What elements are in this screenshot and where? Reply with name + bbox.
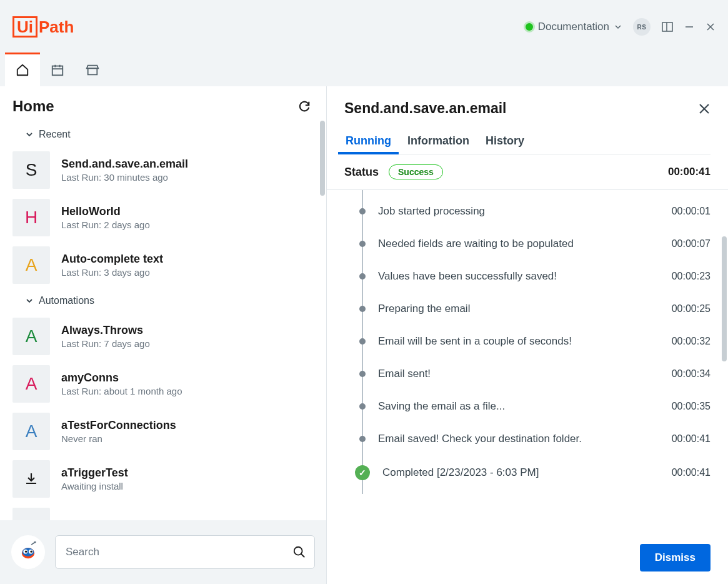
sidebar-header: Home (0, 86, 326, 123)
robot-icon (17, 541, 39, 563)
list-item[interactable]: HHelloWorldLast Run: 2 days ago (12, 194, 319, 241)
list-item-title: HelloWorld (61, 205, 319, 218)
search-input[interactable] (55, 535, 315, 569)
section-header[interactable]: Recent (12, 123, 319, 146)
timeline-dot (359, 208, 366, 214)
nav-tab-calendar[interactable] (40, 54, 75, 86)
status-badge: Success (389, 164, 443, 179)
nav-tab-marketplace[interactable] (75, 54, 110, 86)
list-avatar (12, 460, 50, 498)
timeline-item: Preparing the email00:00:25 (352, 293, 711, 325)
status-left: Status Success (344, 164, 443, 179)
list-body: Auto-complete textLast Run: 3 days ago (61, 253, 319, 278)
svg-line-7 (31, 543, 34, 545)
list-item[interactable]: AaTestForConnectionsNever ran (12, 408, 319, 455)
download-icon (24, 471, 39, 486)
timeline-time: 00:00:25 (672, 303, 711, 315)
list-item-title: amyConns (61, 371, 319, 385)
timeline-time: 00:00:41 (672, 433, 711, 445)
timeline-item: Needed fields are waiting to be populate… (352, 228, 711, 260)
timeline-dot (359, 371, 366, 377)
logo: UiPath (12, 16, 74, 38)
timeline-dot (359, 306, 366, 312)
home-icon (16, 63, 29, 77)
close-icon[interactable] (706, 22, 716, 32)
search-input-wrap (55, 535, 315, 569)
timeline-item: Job started processing00:00:01 (352, 195, 711, 228)
list-item[interactable]: SSend.and.save.an.emailLast Run: 30 minu… (12, 146, 319, 194)
titlebar: UiPath Documentation RS (0, 0, 728, 54)
detail-footer: Dismiss (327, 531, 728, 584)
timeline-item: ✓Completed [2/23/2023 - 6:03 PM]00:00:41 (352, 455, 711, 490)
list-item[interactable]: AamyConnsLast Run: about 1 month ago (12, 360, 319, 408)
logo-path: Path (39, 18, 74, 37)
status-elapsed: 00:00:41 (668, 166, 711, 178)
timeline-text: Email sent! (378, 368, 659, 380)
documentation-link[interactable]: Documentation (526, 21, 622, 33)
panel-icon[interactable] (662, 21, 673, 33)
detail-panel: Send.and.save.an.email RunningInformatio… (326, 86, 728, 584)
timeline-item: Saving the email as a file...00:00:35 (352, 390, 711, 423)
timeline-dot (359, 338, 366, 345)
nav-tab-home[interactable] (5, 54, 40, 86)
list-item[interactable]: AAlways.ThrowsLast Run: 7 days ago (12, 313, 319, 360)
list-body: Always.ThrowsLast Run: 7 days ago (61, 324, 319, 349)
detail-header: Send.and.save.an.email RunningInformatio… (327, 86, 728, 154)
timeline-time: 00:00:23 (672, 271, 711, 282)
tab-history[interactable]: History (484, 128, 526, 154)
svg-point-15 (294, 547, 302, 555)
list-avatar: H (12, 199, 50, 236)
list-avatar: A (12, 318, 50, 355)
section-label: Automations (39, 295, 94, 306)
documentation-label: Documentation (538, 21, 609, 33)
calendar-icon (51, 63, 64, 77)
sidebar: Home RecentSSend.and.save.an.emailLast R… (0, 86, 326, 584)
section-label: Recent (39, 129, 71, 140)
tab-information[interactable]: Information (406, 128, 471, 154)
svg-point-14 (30, 550, 32, 552)
timeline-item: Email sent!00:00:34 (352, 358, 711, 390)
timeline-time: 00:00:32 (672, 336, 711, 347)
dismiss-button[interactable]: Dismiss (640, 544, 711, 571)
timeline-item: Email will be sent in a couple of second… (352, 325, 711, 358)
page-title: Home (12, 98, 54, 115)
list-body: Send.and.save.an.emailLast Run: 30 minut… (61, 158, 319, 183)
minimize-icon[interactable] (684, 22, 694, 32)
timeline-text: Needed fields are waiting to be populate… (378, 238, 659, 250)
list-avatar: A (12, 246, 50, 284)
sidebar-list: RecentSSend.and.save.an.emailLast Run: 3… (0, 123, 326, 584)
timeline-text: Preparing the email (378, 303, 659, 315)
scrollbar[interactable] (320, 121, 325, 196)
connection-status-dot (526, 23, 533, 31)
nav-tabs (0, 54, 728, 86)
list-body: aTriggerTestAwaiting install (61, 466, 319, 491)
timeline-item: Email saved! Check your destination fold… (352, 423, 711, 455)
svg-rect-0 (662, 23, 672, 31)
close-detail-icon[interactable] (698, 103, 711, 115)
list-item-sub: Last Run: 3 days ago (61, 267, 319, 278)
user-avatar[interactable]: RS (633, 18, 651, 36)
list-avatar: A (12, 365, 50, 403)
list-item-sub: Last Run: 30 minutes ago (61, 172, 319, 183)
list-item[interactable]: AAuto-complete textLast Run: 3 days ago (12, 241, 319, 289)
list-item[interactable]: aTriggerTestAwaiting install (12, 455, 319, 503)
list-avatar: A (12, 413, 50, 450)
timeline-dot (359, 403, 366, 410)
list-item-title: Auto-complete text (61, 253, 319, 266)
refresh-icon[interactable] (297, 99, 311, 113)
timeline-time: 00:00:34 (672, 368, 711, 380)
bot-avatar[interactable] (11, 535, 45, 569)
timeline-time: 00:00:35 (672, 401, 711, 412)
list-avatar: S (12, 151, 50, 189)
titlebar-right: Documentation RS (526, 18, 716, 36)
list-item-sub: Last Run: 2 days ago (61, 219, 319, 230)
svg-line-16 (301, 554, 305, 558)
tab-running[interactable]: Running (344, 128, 392, 154)
section-header[interactable]: Automations (12, 289, 319, 313)
timeline-text: Completed [2/23/2023 - 6:03 PM] (382, 466, 659, 479)
detail-tabs: RunningInformationHistory (344, 128, 711, 154)
timeline-time: 00:00:41 (672, 467, 711, 478)
scrollbar[interactable] (722, 236, 727, 361)
status-label: Status (344, 166, 379, 179)
chevron-down-icon (614, 23, 622, 31)
